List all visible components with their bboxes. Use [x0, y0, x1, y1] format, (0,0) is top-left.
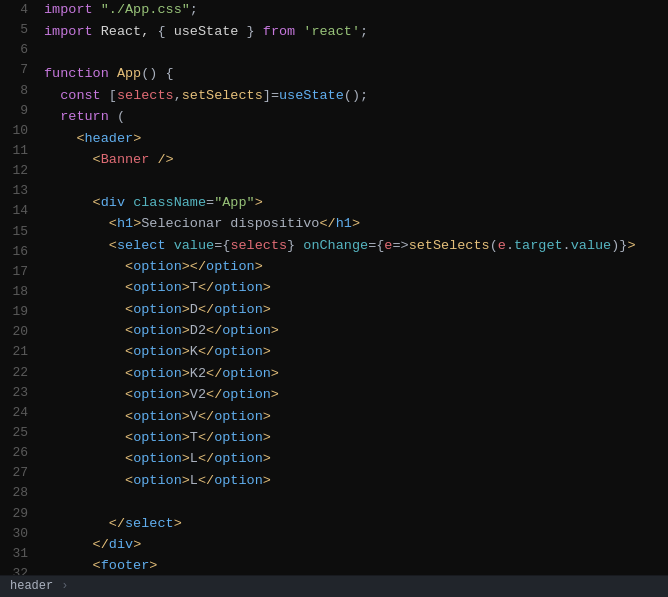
token: [255, 22, 263, 43]
token: }: [619, 236, 627, 257]
token: [125, 193, 133, 214]
statusbar: header ›: [0, 575, 668, 597]
token: ;: [190, 0, 198, 21]
token: L: [190, 471, 198, 492]
token: >: [627, 236, 635, 257]
token: import: [44, 22, 93, 43]
token: <: [109, 214, 117, 235]
token: [44, 214, 109, 235]
token: >: [255, 257, 263, 278]
token: useState: [166, 22, 247, 43]
token: >: [263, 428, 271, 449]
token: [44, 471, 125, 492]
token: >: [133, 129, 141, 150]
token: </: [198, 471, 214, 492]
token: setSelects: [182, 86, 263, 107]
token: [295, 22, 303, 43]
token: =>: [392, 236, 408, 257]
token: ></: [182, 257, 206, 278]
token: <: [125, 428, 133, 449]
code-line: </div>: [44, 535, 668, 556]
token: [44, 257, 125, 278]
token: [: [109, 86, 117, 107]
token: <: [125, 407, 133, 428]
token: return: [60, 107, 109, 128]
token: className: [133, 193, 206, 214]
token: [44, 535, 93, 556]
token: option: [214, 407, 263, 428]
token: </: [198, 300, 214, 321]
token: </: [198, 428, 214, 449]
token: select: [117, 236, 166, 257]
token: =: [368, 236, 376, 257]
line-number: 25: [8, 423, 28, 443]
token: [44, 321, 125, 342]
code-line: [44, 43, 668, 64]
line-number: 23: [8, 383, 28, 403]
token: option: [222, 321, 271, 342]
line-number: 30: [8, 524, 28, 544]
token: const: [60, 86, 101, 107]
token: e: [498, 236, 506, 257]
token: (: [490, 236, 498, 257]
token: =: [214, 236, 222, 257]
token: React,: [101, 22, 158, 43]
code-line: <option>D2</option>: [44, 321, 668, 342]
line-number: 5: [8, 20, 28, 40]
token: ();: [344, 86, 368, 107]
token: [44, 407, 125, 428]
token: value: [174, 236, 215, 257]
token: option: [133, 257, 182, 278]
token: .: [506, 236, 514, 257]
line-number: 28: [8, 483, 28, 503]
token: >: [271, 385, 279, 406]
line-number: 8: [8, 81, 28, 101]
code-line: <footer>: [44, 556, 668, 575]
token: setSelects: [409, 236, 490, 257]
token: option: [214, 428, 263, 449]
token: value: [571, 236, 612, 257]
token: >: [182, 428, 190, 449]
token: "./App.css": [101, 0, 190, 21]
code-line: <select value={selects} onChange={e=>set…: [44, 235, 668, 256]
token: option: [222, 364, 271, 385]
line-number: 6: [8, 40, 28, 60]
code-line: <option>K</option>: [44, 342, 668, 363]
token: <: [93, 193, 101, 214]
code-content: import "./App.css";import React, { useSt…: [36, 0, 668, 575]
token: >: [182, 449, 190, 470]
line-number: 9: [8, 101, 28, 121]
token: h1: [336, 214, 352, 235]
token: =: [271, 86, 279, 107]
token: [44, 129, 76, 150]
line-number: 14: [8, 201, 28, 221]
line-number: 4: [8, 0, 28, 20]
token: K: [190, 342, 198, 363]
token: Banner: [101, 150, 150, 171]
token: >: [263, 407, 271, 428]
code-line: [44, 492, 668, 513]
token: <: [93, 150, 101, 171]
token: >: [182, 278, 190, 299]
line-number: 11: [8, 141, 28, 161]
token: V2: [190, 385, 206, 406]
token: >: [149, 556, 157, 575]
line-number: 22: [8, 363, 28, 383]
line-number: 7: [8, 60, 28, 80]
token: header: [85, 129, 134, 150]
token: [101, 86, 109, 107]
line-number: 21: [8, 342, 28, 362]
token: {: [166, 64, 174, 85]
token: [44, 556, 93, 575]
token: <: [125, 385, 133, 406]
token: >: [182, 385, 190, 406]
code-line: <option></option>: [44, 257, 668, 278]
token: }: [287, 236, 295, 257]
token: App: [117, 64, 141, 85]
code-line: [44, 171, 668, 192]
breadcrumb-chevron: ›: [61, 577, 68, 596]
code-line: <option>L</option>: [44, 471, 668, 492]
token: Selecionar dispositivo: [141, 214, 319, 235]
code-line: <header>: [44, 128, 668, 149]
token: >: [352, 214, 360, 235]
